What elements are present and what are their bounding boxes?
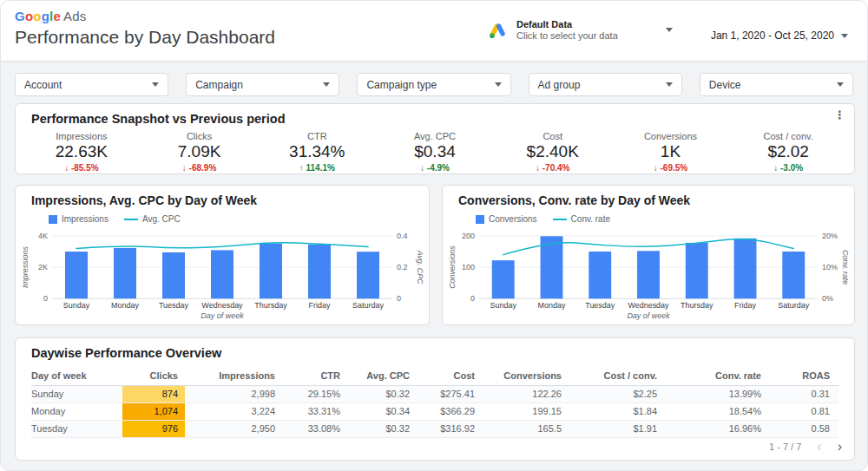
column-header-cost-conv-[interactable]: Cost / conv.: [569, 368, 664, 385]
column-header-day-of-week[interactable]: Day of week: [31, 368, 122, 385]
chevron-down-icon: [495, 82, 502, 87]
value-cell: $366.29: [417, 403, 482, 420]
svg-text:Tuesday: Tuesday: [585, 301, 615, 310]
clicks-heatmap-cell: 874: [122, 386, 185, 402]
filter-label: Campaign type: [366, 79, 437, 91]
chevron-down-icon: [323, 82, 330, 87]
chevron-down-icon: [837, 82, 844, 87]
value-cell: 165.5: [482, 421, 569, 437]
column-header-avg-cpc[interactable]: Avg. CPC: [347, 368, 417, 385]
chart-title: Impressions, Avg. CPC by Day of Week: [31, 193, 257, 207]
kpi-value: 1K: [612, 142, 730, 161]
chart-legend: ImpressionsAvg. CPC: [49, 214, 181, 224]
kpi-conversions: Conversions1K↓ -69.5%: [612, 131, 730, 173]
kpi-value: 7.09K: [141, 142, 259, 161]
chart-title: Conversions, Conv. rate by Day of Week: [458, 193, 690, 207]
svg-text:0%: 0%: [822, 294, 833, 303]
kpi-delta: ↓ -3.0%: [729, 163, 847, 173]
filter-label: Ad group: [538, 79, 581, 91]
svg-text:Conv. rate: Conv. rate: [841, 250, 849, 285]
legend-bar-swatch: [49, 215, 57, 224]
filter-device[interactable]: Device: [700, 73, 853, 96]
svg-text:Thursday: Thursday: [681, 301, 713, 310]
legend-label: Conversions: [489, 214, 537, 224]
kpi-impressions: Impressions22.63K↓ -85.5%: [23, 131, 141, 173]
day-cell: Monday: [31, 403, 122, 420]
column-header-impressions[interactable]: Impressions: [185, 368, 282, 385]
svg-text:Monday: Monday: [111, 301, 139, 310]
header: GoogleAds Performance by Day Dashboard D…: [1, 1, 867, 62]
svg-text:2K: 2K: [38, 263, 48, 271]
value-cell: 2,950: [185, 421, 282, 437]
svg-text:0: 0: [43, 294, 48, 303]
legend-item: Conv. rate: [553, 214, 610, 224]
more-options-icon[interactable]: ⋮: [834, 109, 845, 121]
chart-legend: ConversionsConv. rate: [476, 214, 610, 224]
svg-text:Friday: Friday: [734, 301, 756, 310]
value-cell: 18.54%: [664, 403, 768, 420]
svg-text:0.4: 0.4: [397, 232, 408, 240]
legend-label: Avg. CPC: [142, 214, 181, 224]
kpi-delta: ↓ -68.9%: [141, 163, 259, 173]
svg-text:Avg. CPC: Avg. CPC: [416, 250, 424, 285]
data-source-hint: Click to select your data: [516, 30, 618, 41]
legend-line-swatch: [553, 219, 567, 220]
value-cell: 29.15%: [282, 386, 347, 402]
filter-label: Device: [709, 79, 741, 91]
kpi-delta: ↓ -69.5%: [612, 163, 730, 173]
svg-text:20%: 20%: [822, 232, 838, 240]
svg-text:Conversions: Conversions: [448, 245, 457, 289]
value-cell: 33.31%: [282, 403, 347, 420]
chevron-down-icon: [666, 82, 673, 87]
value-cell: 16.96%: [664, 421, 768, 437]
svg-text:0.2: 0.2: [397, 263, 408, 271]
filter-ad-group[interactable]: Ad group: [529, 73, 682, 96]
value-cell: $316.92: [417, 421, 482, 437]
kpi-value: 31.34%: [258, 142, 376, 161]
column-header-cost[interactable]: Cost: [417, 368, 482, 385]
column-header-conv-rate[interactable]: Conv. rate: [664, 368, 768, 385]
kpi-value: $2.02: [729, 142, 847, 161]
filter-campaign[interactable]: Campaign: [186, 73, 339, 96]
conversions-rate-chart[interactable]: 00%10010%20020%SundayMondayTuesdayWednes…: [448, 231, 849, 322]
next-page-icon[interactable]: ›: [838, 440, 842, 454]
kpi-delta: ↓ -4.9%: [376, 163, 494, 173]
filter-campaign-type[interactable]: Campaign type: [357, 73, 510, 96]
filter-bar: Account Campaign Campaign type Ad group …: [15, 73, 853, 96]
legend-label: Conv. rate: [571, 214, 610, 224]
kpi-label: Clicks: [141, 131, 259, 141]
day-cell: Sunday: [31, 386, 122, 402]
kpi-clicks: Clicks7.09K↓ -68.9%: [141, 131, 259, 173]
conversions-rate-chart-card: Conversions, Conv. rate by Day of Week C…: [442, 185, 855, 325]
svg-text:Monday: Monday: [538, 301, 566, 310]
value-cell: $1.91: [569, 421, 664, 437]
table-header-row: Day of weekClicksImpressionsCTRAvg. CPCC…: [31, 368, 838, 386]
column-header-roas[interactable]: ROAS: [768, 368, 837, 385]
legend-label: Impressions: [62, 214, 108, 224]
impressions-cpc-chart[interactable]: 002K0.24K0.4SundayMondayTuesdayWednesday…: [21, 231, 424, 322]
date-range-picker[interactable]: Jan 1, 2020 - Oct 25, 2020: [711, 29, 848, 42]
value-cell: $0.32: [347, 386, 417, 402]
table-body: Sunday8742,99829.15%$0.32$275.41122.26$2…: [31, 386, 838, 438]
column-header-clicks[interactable]: Clicks: [122, 368, 185, 385]
column-header-ctr[interactable]: CTR: [282, 368, 347, 385]
svg-text:Friday: Friday: [309, 301, 331, 310]
filter-account[interactable]: Account: [15, 73, 168, 96]
date-range-label: Jan 1, 2020 - Oct 25, 2020: [711, 29, 834, 42]
table-row: Sunday8742,99829.15%$0.32$275.41122.26$2…: [31, 386, 838, 403]
kpi-label: Conversions: [612, 131, 730, 141]
value-cell: 2,998: [185, 386, 282, 402]
value-cell: $0.32: [347, 421, 417, 437]
legend-item: Impressions: [49, 214, 108, 224]
pagination-label: 1 - 7 / 7: [769, 442, 801, 452]
kpi-label: Avg. CPC: [376, 131, 494, 141]
value-cell: 122.26: [482, 386, 569, 402]
column-header-conversions[interactable]: Conversions: [482, 368, 569, 385]
prev-page-icon[interactable]: ‹: [817, 440, 821, 454]
kpi-label: CTR: [258, 131, 376, 141]
chevron-down-icon: [841, 34, 848, 38]
value-cell: 199.15: [482, 403, 569, 420]
svg-text:Day of week: Day of week: [201, 311, 244, 320]
table-title: Daywise Performance Overview: [31, 346, 221, 360]
data-source-selector[interactable]: Default Data Click to select your data: [487, 19, 673, 41]
